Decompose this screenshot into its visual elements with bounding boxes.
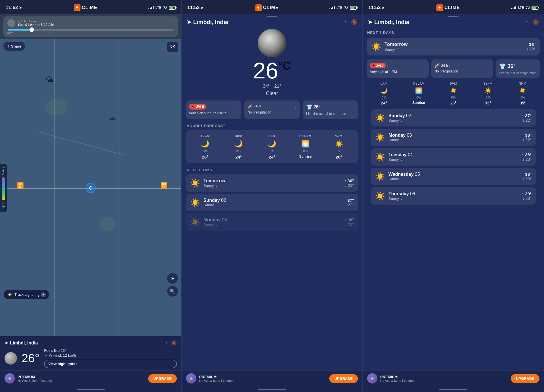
- layers-icon: 🗺: [170, 44, 175, 50]
- status-bar-1: 11:52 ➤ 🌪 CLIME LTE 72: [0, 0, 181, 14]
- signal-bars-2: [330, 6, 335, 9]
- map-road-diag: [38, 132, 126, 156]
- premium-banner-3: ★ PREMIUM No Ads & More Features! UPGRAD…: [363, 370, 544, 386]
- uvi-card-value: Very high sunburn risk to...: [189, 111, 238, 115]
- temp-range: 34° 21°: [263, 84, 281, 89]
- upgrade-button-1[interactable]: UPGRADE: [148, 374, 177, 383]
- share-icon-3[interactable]: ↑: [526, 19, 528, 25]
- map-view[interactable]: 🌤 ☁ ↑ Share 🗺 Heavy Light NH47 NH47: [0, 39, 181, 336]
- feels-label-3: Like the actual temperature: [499, 71, 537, 75]
- bell-icon-3[interactable]: 🔕: [533, 19, 539, 25]
- tomorrow-highlight-card[interactable]: ☀️ Tomorrow Sunny ⌃ ↑ 36° ↓ 23°: [367, 38, 540, 55]
- feels-highlight-card-3[interactable]: 👕 36° Like the actual temperature: [496, 59, 540, 78]
- day-row-monday-3[interactable]: ☀️ Monday 03 Sunny ⌄ ↑ 38° ↓ 22°: [371, 129, 536, 146]
- day-row-wednesday-3[interactable]: ☀️ Wednesday 05 Sunny ⌄ ↑ 38° ↓ 23°: [371, 168, 536, 185]
- clime-app-icon-3: 🌪: [436, 4, 443, 11]
- day-row-thursday-3[interactable]: ☀️ Thursday 06 Sunny ⌄ ↑ 39° ↓ 23°: [371, 187, 536, 205]
- battery-percent-3: 72: [526, 6, 530, 10]
- precipitation-icon: 🚀: [248, 104, 252, 109]
- map-controls: 🗺: [167, 42, 178, 52]
- signal-bars-3: [511, 6, 516, 9]
- day-row-sunday-3[interactable]: ☀️ Sunday 02 Sunny ⌄ ↑ 37° ↓ 22°: [371, 109, 536, 127]
- time-slider[interactable]: [8, 29, 173, 31]
- home-indicator-3: [363, 386, 544, 392]
- wednesday-name-3: Wednesday 05: [388, 172, 518, 177]
- timeline-sunrise-label: Sunrise: [413, 101, 425, 105]
- weather-cloud-2: ☁: [109, 113, 116, 121]
- location-arrow-3: ➤: [368, 19, 373, 25]
- status-time-2: 11:52 ➤: [187, 5, 204, 10]
- track-lightning-close[interactable]: ✕: [41, 292, 46, 297]
- wednesday-high-3: ↑ 38°: [522, 172, 532, 177]
- monday-high-3: ↑ 38°: [522, 133, 532, 138]
- next7-days-label-3: NEXT 7 DAYS: [363, 29, 544, 38]
- sunday-name: Sunday 02: [203, 198, 341, 203]
- status-right-1: LTE 72: [148, 6, 176, 10]
- nh-label-1: NH47: [17, 182, 24, 189]
- location-pin-icon: ➤: [5, 340, 8, 346]
- bell-icon-2[interactable]: 🔕: [351, 19, 357, 25]
- lte-label-3: LTE: [518, 6, 524, 10]
- day-row-tomorrow[interactable]: ☀️ Tomorrow Sunny ⌄ ↑ 36° ↓ 23°: [186, 174, 358, 192]
- upgrade-button-3[interactable]: UPGRADE: [511, 374, 539, 383]
- sunday-low-3: ↓ 22°: [522, 118, 532, 123]
- slider-now-label: now: [7, 31, 12, 34]
- highlights-row-3: ☀ UVI 9 › Very high at 1 PM 🚀 24 h › No …: [367, 59, 540, 78]
- shirt-icon: 👕: [306, 104, 312, 110]
- battery-icon-3: [532, 6, 538, 10]
- sunrise-label: Sunrise: [299, 155, 312, 158]
- temp-high: 34°: [263, 84, 270, 89]
- location-arrow-icon: ➤: [19, 6, 22, 10]
- home-bar-3: [439, 389, 468, 390]
- uvi-highlight-card-3[interactable]: ☀ UVI 9 › Very high at 1 PM: [367, 59, 429, 78]
- search-button[interactable]: 🔍: [167, 286, 178, 297]
- bell-action-icon[interactable]: 🔕: [171, 340, 177, 346]
- share-label: Share: [11, 44, 21, 48]
- day-row-tuesday-3[interactable]: ☀️ Tuesday 04 Sunny ⌄ ↑ 38° ↓ 23°: [371, 148, 536, 166]
- tomorrow-condition: Sunny ⌄: [203, 183, 341, 188]
- uvi-title-3: Very high at 1 PM: [370, 70, 425, 74]
- uvi-card-arrow: ›: [237, 104, 238, 109]
- user-location-marker: [86, 183, 96, 193]
- main-temperature: 26: [253, 59, 278, 82]
- location-arrow-icon-2: ➤: [201, 6, 204, 10]
- pause-button[interactable]: ⏸: [7, 19, 15, 27]
- tomorrow-low-3: ↓ 23°: [526, 47, 536, 51]
- share-action-icon[interactable]: ↑: [165, 340, 168, 346]
- feels-info-card[interactable]: 👕 26° Like the actual temperature: [303, 100, 358, 119]
- timeline-item-12pm: 12PM ☀️ 0% 33°: [471, 82, 505, 105]
- map-layers-button[interactable]: 🗺: [167, 42, 178, 52]
- location-header-2: ➤ Limbdi, India ↑ 🔕: [182, 19, 362, 29]
- 24h-info-card[interactable]: 🚀 24 h › No precipitation: [244, 100, 300, 119]
- tomorrow-name: Tomorrow: [203, 178, 341, 183]
- share-icon-2[interactable]: ↑: [344, 19, 347, 25]
- clime-app-icon-1: 🌪: [74, 4, 80, 11]
- hourly-item-12am: 12AM 🌙 0% 26°: [197, 134, 214, 159]
- battery-icon-2: [350, 6, 357, 10]
- view-highlights-button[interactable]: View highlights ›: [44, 360, 177, 368]
- uvi-info-card[interactable]: ☀ UVI 9 › Very high sunburn risk to...: [186, 100, 241, 119]
- 24h-card-value: No precipitation: [248, 110, 297, 114]
- temperature-unit: °C: [278, 59, 291, 72]
- map-patch-2: [100, 217, 117, 232]
- lightning-icon: ⚡: [7, 292, 13, 297]
- hourly-forecast-container: 12AM 🌙 0% 26° 3AM 🌙 0% 24° 6AM 🌙 0% 24° …: [186, 130, 358, 163]
- location-title-3: ➤ Limbdi, India: [368, 19, 409, 25]
- premium-icon-3: ★: [367, 373, 377, 384]
- compass-button[interactable]: ➤: [167, 273, 178, 284]
- uvi-arrow-3: ›: [387, 64, 388, 68]
- thursday-high-3: ↑ 39°: [522, 191, 532, 196]
- clime-app-icon-2: 🌪: [255, 4, 262, 11]
- premium-title-3: PREMIUM: [380, 375, 508, 379]
- upgrade-button-2[interactable]: UPGRADE: [329, 374, 358, 383]
- day-row-partial[interactable]: ☀️ Monday 03 Sunny⌄ ↑ 38° ↓ 22°: [186, 213, 358, 231]
- signal-bars-1: [148, 6, 154, 9]
- share-icon: ↑: [7, 44, 9, 48]
- weather-main-2: 26 °C 34° 21° Clear: [182, 29, 362, 100]
- 24h-highlight-card-3[interactable]: 🚀 24 h › No precipitation: [431, 59, 493, 78]
- slider-thumb[interactable]: [29, 27, 34, 32]
- phone1-frame: 11:52 ➤ 🌪 CLIME LTE 72 ⏸: [0, 0, 181, 392]
- share-button[interactable]: ↑ Share: [3, 42, 25, 51]
- hourly-timeline-3: 6AM 🌙 0% 24° 6:36AM 🌅 0% Sunrise 9AM ☀️ …: [367, 82, 540, 105]
- day-row-sunday[interactable]: ☀️ Sunday 02 Sunny ⌄ ↑ 37° ↓ 22°: [186, 194, 358, 211]
